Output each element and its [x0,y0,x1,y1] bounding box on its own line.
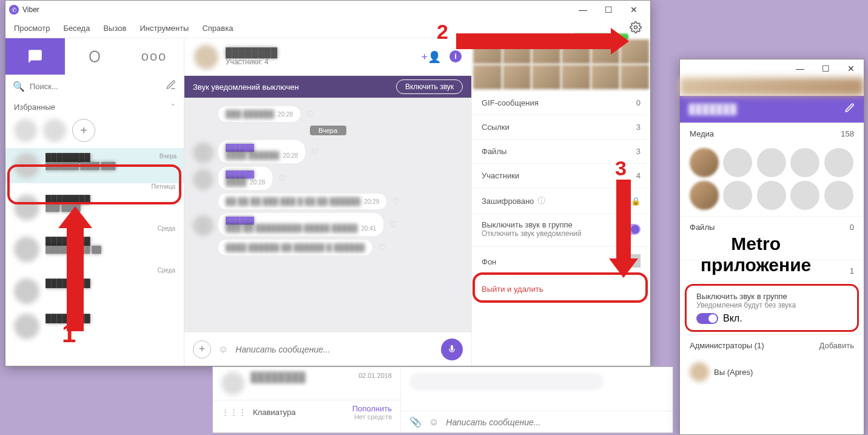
tab-chats[interactable] [5,38,65,75]
row-gif[interactable]: GIF-сообщения0 [472,90,650,115]
lock-icon: 🔒 [631,197,641,206]
favorite-avatar[interactable] [43,119,66,142]
svg-rect-1 [90,51,99,61]
notification-muted-banner: Звук уведомлений выключен Включить звук [184,76,471,98]
add-favorite-button[interactable]: + [72,119,95,142]
chat-list-item[interactable]: ████████ [5,274,184,309]
chat-list-item[interactable]: █████████████ ████ ██ [5,232,184,267]
annotation-metro-label: Metroприложение [701,234,811,275]
msg-avatar[interactable] [193,143,214,163]
media-grid[interactable] [472,38,650,90]
add-member-icon[interactable]: +👤 [421,50,441,64]
chat-title: ████████ [226,47,414,58]
edit-icon[interactable] [844,103,855,116]
menu-view[interactable]: Просмотр [14,24,50,33]
message-composer: + ☺ [184,332,471,366]
balance-label: Нет средств [352,413,392,420]
chat-list-item-selected[interactable]: ███████████████ ████ ███ Вчера [5,148,184,183]
heart-icon[interactable]: ♡ [306,109,314,119]
keyboard-label[interactable]: Клавиатура [253,408,295,417]
list-divider: Среда [5,225,184,232]
favorite-avatar[interactable] [14,119,37,142]
svg-point-0 [634,26,638,29]
window-close-button[interactable]: ✕ [838,60,864,77]
menubar: Просмотр Беседа Вызов Инструменты Справк… [5,19,650,38]
compose-icon[interactable] [166,79,177,93]
topup-link[interactable]: Пополнить [352,404,392,413]
tab-contacts[interactable] [65,38,124,75]
voice-message-button[interactable] [441,339,463,360]
menu-call[interactable]: Вызов [103,24,126,33]
message-input[interactable] [446,417,664,427]
chat-list-item[interactable]: ███████████ ████ [5,190,184,225]
window-title: Viber [22,5,39,14]
chat-details-panel: GIF-сообщения0 Ссылки3 Файлы3 Участники4… [471,38,650,366]
tab-more[interactable]: ooo [124,38,184,75]
window-maximize-button[interactable]: ☐ [813,60,838,77]
attach-icon[interactable]: 📎 [409,416,422,428]
row-background[interactable]: Фон [472,246,650,277]
mute-toggle[interactable] [620,224,641,235]
row-media[interactable]: Медиа158 [680,123,864,144]
chevron-up-icon: ˄ [171,103,175,112]
messages-area[interactable]: ███ ██████20:28♡ Вчера ██████████ ██████… [184,98,471,332]
row-leave-delete[interactable]: Выйти и удалить [472,277,650,301]
row-mute-group[interactable]: Выключить звук в группе Отключить звук у… [472,214,650,246]
window-minimize-button[interactable]: — [570,1,596,18]
viber-logo-icon: ✆ [9,5,19,15]
favorites-section-header[interactable]: Избранные ˄ [5,98,184,116]
chat-list-item[interactable]: ████████ [5,309,184,344]
avatar [690,362,709,382]
settings-gear-icon[interactable] [630,21,642,35]
menu-chat[interactable]: Беседа [63,24,90,33]
admin-entry[interactable]: Вы (Apres) [680,356,864,388]
viber-main-window: ✆ Viber — ☐ ✕ Просмотр Беседа Вызов Инст… [5,0,651,366]
row-files[interactable]: Файлы3 [472,139,650,163]
sticker-icon[interactable]: ☺ [429,417,439,428]
search-input[interactable] [30,82,161,91]
chat-time: Вчера [160,153,177,160]
background-window-fragment: ████████ 02.01.2018 ⋮⋮⋮ Клавиатура Попол… [212,366,673,433]
metro-chat-header: ███████ [680,96,864,123]
message-bubble [409,373,604,390]
menu-help[interactable]: Справка [202,24,233,33]
header-image [680,78,864,96]
row-admins: Администраторы (1) Добавить [680,334,864,356]
list-divider: Пятница [5,183,184,190]
banner-text: Звук уведомлений выключен [193,83,299,92]
chat-avatar[interactable] [194,45,218,69]
favorites-label: Избранные [14,103,55,112]
add-admin-link[interactable]: Добавить [819,341,854,350]
media-thumbnails[interactable] [680,144,864,216]
mute-toggle[interactable] [696,313,718,324]
admin-name: Вы (Apres) [714,368,753,377]
add-attachment-button[interactable]: + [193,340,211,359]
chat-subtitle: Участники: 4 [226,58,414,66]
row-links[interactable]: Ссылки3 [472,115,650,139]
chat-date: 02.01.2018 [358,372,392,395]
apps-icon[interactable]: ⋮⋮⋮ [221,408,247,417]
chat-list-item[interactable]: ████████ 02.01.2018 [213,367,400,400]
more-icon: ooo [141,49,167,64]
titlebar: ✆ Viber — ☐ ✕ [5,1,650,19]
metro-mute-section[interactable]: Выключить звук в группе Уведомления буду… [685,284,859,332]
window-maximize-button[interactable]: ☐ [596,1,621,18]
chat-info-icon[interactable]: i [449,50,462,62]
search-icon: 🔍 [13,81,25,92]
message-input[interactable] [235,345,434,354]
background-swatch [627,254,641,268]
list-divider: Среда [5,267,184,274]
sidebar: ooo 🔍 Избранные ˄ + ████████ [5,38,184,366]
menu-tools[interactable]: Инструменты [140,24,189,33]
chat-header: ████████ Участники: 4 +👤 i [184,38,471,76]
date-pill: Вчера [310,126,346,135]
info-icon: ⓘ [537,195,545,206]
window-close-button[interactable]: ✕ [621,1,647,18]
chat-panel: ████████ Участники: 4 +👤 i Звук уведомле… [184,38,471,366]
enable-sound-button[interactable]: Включить звук [396,79,463,94]
window-minimize-button[interactable]: — [787,60,813,77]
sticker-icon[interactable]: ☺ [218,344,228,355]
toggle-state-label: Вкл. [723,313,742,324]
row-members[interactable]: Участники4 [472,163,650,187]
row-encrypted[interactable]: Зашифровано ⓘ 🔒 [472,187,650,214]
